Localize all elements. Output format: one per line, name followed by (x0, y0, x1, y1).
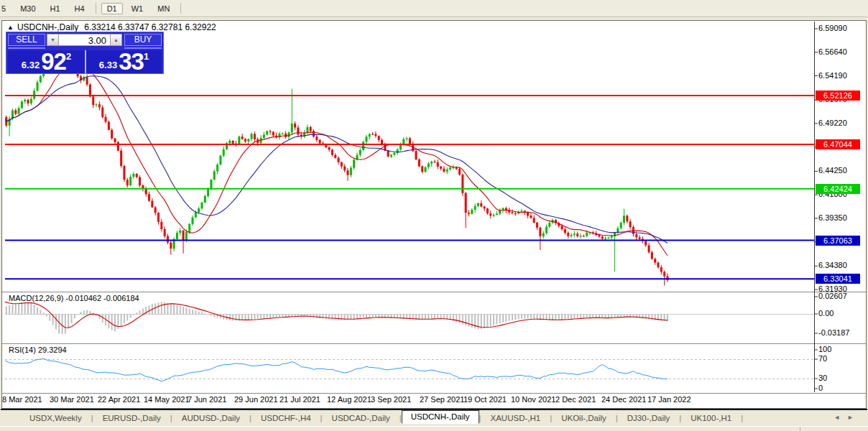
sell-price-base: 6.32 (22, 60, 40, 70)
rsi-indicator-label: RSI(14) 29.3294 (9, 346, 67, 354)
buy-price[interactable]: 6.33 33 1 (86, 50, 162, 73)
tab-separator: | (741, 414, 743, 422)
price-tick-label: 6.59090 (818, 24, 864, 32)
price-tick-label: 6.44250 (818, 166, 864, 175)
price-tick-label: 6.54190 (818, 71, 864, 80)
price-line-label: 6.37063 (816, 236, 860, 246)
price-tick-label: 6.56640 (818, 47, 864, 56)
volume-decrease-button[interactable]: ▼ (47, 34, 59, 46)
rsi-tick-label: 70 (818, 354, 864, 363)
macd-tick-label: -0.03187 (818, 328, 864, 337)
chart-tab-audusd-daily[interactable]: AUDUSD-,Daily (172, 414, 249, 422)
tab-scroll-arrows: ◄► (834, 414, 861, 421)
date-tick-label: 7 Jun 2021 (188, 395, 226, 404)
rsi-tick-label: 0 (818, 384, 864, 392)
date-tick-label: 14 May 2021 (144, 395, 190, 404)
date-tick-label: 29 Jun 2021 (234, 395, 278, 404)
chart-tab-usdcad-daily[interactable]: USDCAD-,Daily (323, 414, 400, 422)
sell-price-sup: 2 (66, 51, 71, 62)
candlesticks (2, 41, 668, 285)
date-tick-label: 12 Aug 2021 (327, 395, 371, 404)
date-tick-label: 21 Jul 2021 (280, 395, 320, 404)
date-tick-label: 19 Oct 2021 (463, 395, 507, 404)
collapse-panel-icon[interactable]: ▲ (7, 24, 14, 31)
status-strip (0, 426, 868, 431)
one-click-trade-panel: SELL ▼ 3.00 ▲ BUY 6.32 92 2 6.33 33 1 (6, 32, 164, 74)
chart-tab-bar: USDX,Weekly|EURUSD-,Daily|AUDUSD-,Daily|… (0, 410, 868, 426)
chart-tab-eurusd-daily[interactable]: EURUSD-,Daily (93, 414, 170, 422)
ma-slow-line (4, 76, 668, 244)
price-tick-label: 6.39350 (818, 213, 864, 222)
date-tick-label: 30 Mar 2021 (50, 395, 94, 404)
price-line-label: 6.52126 (816, 91, 860, 101)
sell-price[interactable]: 6.32 92 2 (8, 50, 85, 73)
date-tick-label: 17 Jan 2022 (647, 395, 691, 404)
status-strip-separator (800, 427, 800, 431)
date-tick-label: 2 Dec 2021 (555, 395, 596, 404)
buy-price-big: 33 (119, 51, 144, 73)
price-line-label: 6.47044 (816, 139, 860, 149)
window-border (2, 21, 867, 409)
rsi-tick-label: 30 (818, 374, 864, 382)
chart-tab-dj30-daily[interactable]: DJ30-,Daily (618, 414, 679, 422)
chart-tab-usdchf-h4[interactable]: USDCHF-,H4 (251, 414, 320, 422)
buy-price-base: 6.33 (99, 60, 117, 70)
mt4-application: 5M30H1H4D1W1MN ▲USDCNH-,Daily6.33214 6.3… (0, 0, 868, 431)
chart-symbol-label: USDCNH-,Daily (17, 22, 78, 32)
chart-tab-uk100-h1[interactable]: UK100-,H1 (681, 414, 741, 422)
price-tick-label: 6.34380 (818, 261, 864, 269)
tab-scroll-right-icon[interactable]: ► (847, 414, 861, 421)
buy-price-sup: 1 (144, 51, 149, 62)
macd-histogram (3, 302, 668, 334)
date-tick-label: 24 Dec 2021 (601, 395, 646, 404)
sell-underline (8, 47, 45, 49)
chart-tab-usdcnh-daily[interactable]: USDCNH-,Daily (402, 410, 479, 424)
macd-indicator-label: MACD(12,26,9) -0.010462 -0.006184 (9, 294, 139, 302)
date-tick-label: 27 Sep 2021 (420, 395, 464, 404)
date-tick-label: 22 Apr 2021 (98, 395, 140, 404)
price-tick-label: 6.49220 (818, 119, 864, 127)
volume-increase-button[interactable]: ▲ (110, 34, 122, 46)
date-tick-label: 10 Nov 2021 (511, 395, 555, 404)
date-tick-label: 8 Mar 2021 (2, 395, 42, 404)
chart-title: ▲USDCNH-,Daily6.33214 6.33747 6.32781 6.… (7, 22, 216, 32)
buy-button[interactable]: BUY (124, 34, 162, 46)
rsi-line (4, 358, 668, 381)
ohlc-quotes-label: 6.33214 6.33747 6.32781 6.32922 (84, 22, 216, 32)
tab-scroll-left-icon[interactable]: ◄ (834, 414, 847, 421)
price-line-label: 6.33041 (816, 274, 860, 284)
macd-tick-label: 0.02607 (818, 292, 864, 300)
date-tick-label: 3 Sep 2021 (371, 395, 411, 404)
rsi-tick-label: 100 (818, 345, 864, 353)
sell-price-big: 92 (41, 51, 66, 73)
sell-button[interactable]: SELL (8, 34, 45, 46)
volume-input[interactable]: 3.00 (58, 34, 111, 46)
chart-tab-xauusd-h1[interactable]: XAUUSD-,H1 (481, 414, 550, 422)
chart-tab-ukoil-daily[interactable]: UKOil-,Daily (552, 414, 616, 422)
macd-tick-label: 0.00 (818, 309, 864, 318)
chart-tab-usdx-weekly[interactable]: USDX,Weekly (20, 414, 91, 422)
price-line-label: 6.42424 (816, 184, 860, 194)
